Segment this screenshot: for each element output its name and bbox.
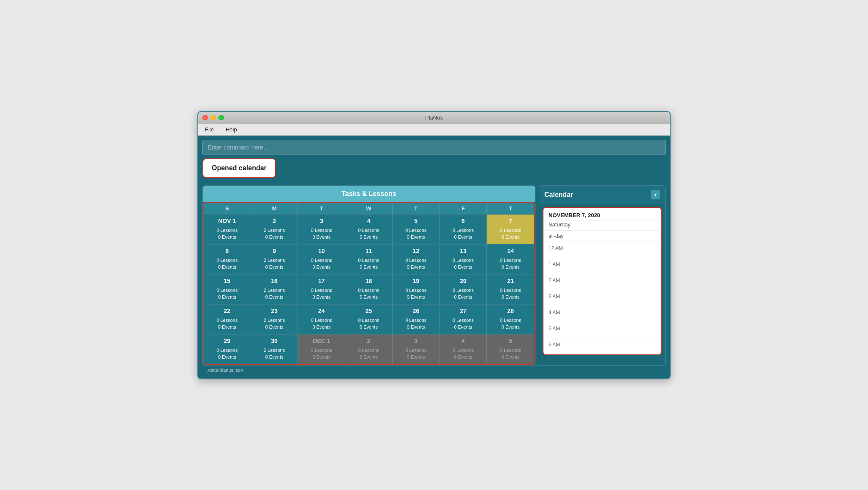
calendar-day[interactable]: 20 Lessons0 Events bbox=[345, 335, 393, 364]
calendar-day[interactable]: 220 Lessons0 Events bbox=[204, 305, 251, 334]
calendar-day[interactable]: 232 Lessons0 Events bbox=[251, 305, 298, 334]
day-events: 0 Events bbox=[300, 324, 343, 331]
day-number: 6 bbox=[442, 217, 485, 226]
maximize-button[interactable] bbox=[218, 115, 224, 120]
calendar-day[interactable]: 130 Lessons0 Events bbox=[440, 245, 487, 274]
day-events: 0 Events bbox=[442, 294, 485, 301]
time-slot[interactable]: 5 AM bbox=[543, 322, 661, 338]
day-number: 28 bbox=[489, 307, 532, 316]
time-slot[interactable]: 6 AM bbox=[543, 338, 661, 354]
day-number: 5 bbox=[394, 217, 438, 226]
time-slots[interactable]: 12 AM1 AM2 AM3 AM4 AM5 AM6 AM bbox=[543, 242, 661, 354]
calendar-day[interactable]: 280 Lessons0 Events bbox=[487, 305, 534, 334]
day-lessons: 0 Lessons bbox=[300, 317, 343, 324]
day-lessons: 0 Lessons bbox=[205, 347, 249, 354]
all-day-row: all-day bbox=[543, 231, 661, 242]
day-lessons: 0 Lessons bbox=[489, 227, 532, 234]
day-number: 18 bbox=[347, 277, 390, 286]
day-lessons: 2 Lessons bbox=[253, 287, 296, 294]
calendar-day[interactable]: 210 Lessons0 Events bbox=[487, 275, 534, 304]
calendar-day[interactable]: 162 Lessons0 Events bbox=[251, 275, 298, 304]
calendar-day[interactable]: 180 Lessons0 Events bbox=[345, 275, 393, 304]
day-header-wed: W bbox=[345, 203, 393, 214]
day-events: 0 Events bbox=[205, 264, 249, 271]
calendar-day[interactable]: DEC 10 Lessons0 Events bbox=[298, 335, 345, 364]
time-slot[interactable]: 1 AM bbox=[543, 258, 661, 274]
day-number: 9 bbox=[253, 247, 296, 256]
day-lessons: 0 Lessons bbox=[300, 287, 343, 294]
day-lessons: 0 Lessons bbox=[394, 317, 438, 324]
day-number: 10 bbox=[300, 247, 343, 256]
calendar-day[interactable]: 30 Lessons0 Events bbox=[393, 335, 440, 364]
day-headers-row: S M T W T F T bbox=[204, 203, 534, 214]
time-label: 5 AM bbox=[549, 326, 568, 332]
calendar-day[interactable]: 260 Lessons0 Events bbox=[393, 305, 440, 334]
day-number: 5 bbox=[489, 337, 532, 346]
menu-file[interactable]: File bbox=[203, 125, 216, 133]
calendar-day[interactable]: 250 Lessons0 Events bbox=[345, 305, 393, 334]
time-slot[interactable]: 3 AM bbox=[543, 290, 661, 306]
day-number: 2 bbox=[347, 337, 390, 346]
calendar-day[interactable]: 50 Lessons0 Events bbox=[487, 335, 534, 364]
time-label: 2 AM bbox=[549, 278, 568, 283]
day-number: 20 bbox=[442, 277, 485, 286]
calendar-day[interactable]: 50 Lessons0 Events bbox=[393, 215, 440, 244]
calendar-week-4: 290 Lessons0 Events302 Lessons0 EventsDE… bbox=[204, 334, 534, 364]
calendar-day[interactable]: 190 Lessons0 Events bbox=[393, 275, 440, 304]
close-button[interactable] bbox=[202, 115, 208, 120]
day-lessons: 0 Lessons bbox=[489, 317, 532, 324]
day-lessons: 0 Lessons bbox=[394, 347, 438, 354]
calendar-day[interactable]: 22 Lessons0 Events bbox=[251, 215, 298, 244]
calendar-day[interactable]: 70 Lessons0 Events bbox=[487, 215, 534, 244]
time-slot[interactable]: 12 AM bbox=[543, 242, 661, 258]
day-events: 0 Events bbox=[253, 354, 296, 361]
day-lessons: 0 Lessons bbox=[489, 347, 532, 354]
day-number: 3 bbox=[300, 217, 343, 226]
calendar-day[interactable]: 140 Lessons0 Events bbox=[487, 245, 534, 274]
day-lessons: 0 Lessons bbox=[442, 317, 485, 324]
title-bar: PlaNus bbox=[198, 112, 670, 124]
calendar-day[interactable]: 92 Lessons0 Events bbox=[251, 245, 298, 274]
day-events: 0 Events bbox=[205, 294, 249, 301]
calendar-day[interactable]: 110 Lessons0 Events bbox=[345, 245, 393, 274]
day-header-fri: F bbox=[440, 203, 487, 214]
calendar-day[interactable]: 60 Lessons0 Events bbox=[440, 215, 487, 244]
minimize-button[interactable] bbox=[210, 115, 216, 120]
calendar-day[interactable]: 40 Lessons0 Events bbox=[440, 335, 487, 364]
day-events: 0 Events bbox=[300, 264, 343, 271]
day-events: 0 Events bbox=[300, 294, 343, 301]
calendar-day[interactable]: 270 Lessons0 Events bbox=[440, 305, 487, 334]
calendar-day[interactable]: NOV 10 Lessons0 Events bbox=[204, 215, 251, 244]
day-lessons: 0 Lessons bbox=[347, 317, 390, 324]
day-lessons: 2 Lessons bbox=[253, 317, 296, 324]
calendar-day[interactable]: 30 Lessons0 Events bbox=[298, 215, 345, 244]
calendar-day[interactable]: 302 Lessons0 Events bbox=[251, 335, 298, 364]
time-label: 12 AM bbox=[549, 245, 568, 251]
day-lessons: 0 Lessons bbox=[300, 257, 343, 264]
calendar-day[interactable]: 170 Lessons0 Events bbox=[298, 275, 345, 304]
calendar-day[interactable]: 40 Lessons0 Events bbox=[345, 215, 393, 244]
main-content: Opened calendar Tasks & Lessons S M T W bbox=[198, 136, 670, 378]
calendar-day[interactable]: 120 Lessons0 Events bbox=[393, 245, 440, 274]
time-slot[interactable]: 2 AM bbox=[543, 274, 661, 290]
day-number: 24 bbox=[300, 307, 343, 316]
day-number: 12 bbox=[394, 247, 438, 256]
day-lessons: 2 Lessons bbox=[253, 227, 296, 234]
day-events: 0 Events bbox=[347, 264, 390, 271]
calendar-week-1: 80 Lessons0 Events92 Lessons0 Events100 … bbox=[204, 244, 534, 274]
day-events: 0 Events bbox=[489, 324, 532, 331]
day-view-content: NOVEMBER 7, 2020 Saturday all-day 12 AM1… bbox=[543, 207, 662, 355]
calendar-day[interactable]: 150 Lessons0 Events bbox=[204, 275, 251, 304]
command-input[interactable] bbox=[208, 144, 660, 151]
time-slot[interactable]: 4 AM bbox=[543, 306, 661, 322]
calendar-day[interactable]: 100 Lessons0 Events bbox=[298, 245, 345, 274]
day-events: 0 Events bbox=[347, 354, 390, 361]
calendar-dropdown-btn[interactable]: ▾ bbox=[651, 190, 660, 199]
day-events: 0 Events bbox=[300, 234, 343, 241]
day-number: 3 bbox=[394, 337, 438, 346]
calendar-day[interactable]: 200 Lessons0 Events bbox=[440, 275, 487, 304]
calendar-day[interactable]: 240 Lessons0 Events bbox=[298, 305, 345, 334]
menu-help[interactable]: Help bbox=[224, 125, 239, 133]
calendar-day[interactable]: 80 Lessons0 Events bbox=[204, 245, 251, 274]
calendar-day[interactable]: 290 Lessons0 Events bbox=[204, 335, 251, 364]
